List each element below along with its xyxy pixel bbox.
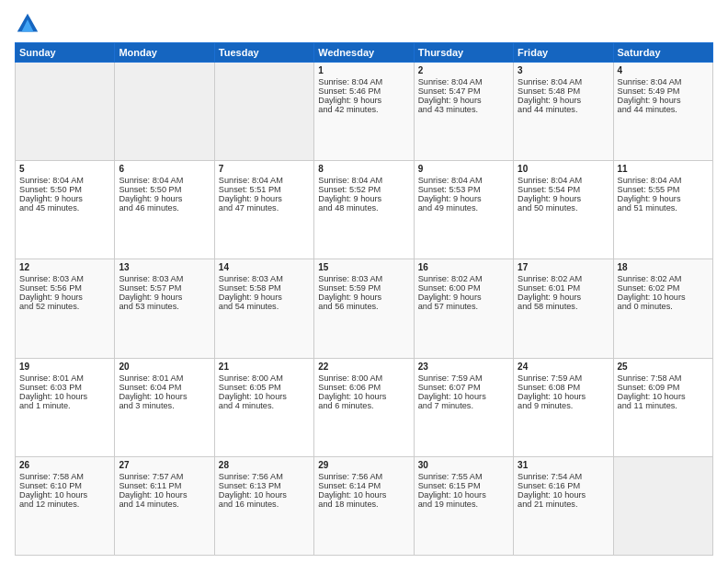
cell-content-line: Sunset: 5:46 PM	[318, 86, 409, 96]
cell-content-line: and 3 minutes.	[119, 401, 210, 410]
cell-content-line: Sunrise: 8:01 AM	[19, 373, 110, 383]
day-number: 30	[418, 460, 509, 470]
calendar-table: SundayMondayTuesdayWednesdayThursdayFrid…	[15, 42, 713, 556]
calendar-week-2: 5Sunrise: 8:04 AMSunset: 5:50 PMDaylight…	[16, 161, 713, 259]
cell-content-line: Sunrise: 8:04 AM	[318, 176, 409, 185]
day-number: 18	[618, 262, 709, 272]
cell-content-line: Sunset: 5:59 PM	[318, 283, 409, 293]
calendar-cell: 18Sunrise: 8:02 AMSunset: 6:02 PMDayligh…	[613, 259, 712, 358]
cell-content-line: Sunset: 5:57 PM	[119, 283, 210, 293]
calendar-header-row: SundayMondayTuesdayWednesdayThursdayFrid…	[16, 43, 713, 63]
calendar-week-3: 12Sunrise: 8:03 AMSunset: 5:56 PMDayligh…	[16, 259, 713, 358]
day-number: 29	[318, 460, 409, 470]
cell-content-line: and 46 minutes.	[119, 203, 210, 213]
cell-content-line: Sunrise: 7:54 AM	[518, 472, 609, 481]
cell-content-line: Daylight: 10 hours	[418, 490, 509, 500]
cell-content-line: Sunset: 6:14 PM	[318, 481, 409, 490]
cell-content-line: and 1 minute.	[19, 401, 110, 410]
cell-content-line: Sunrise: 8:01 AM	[119, 373, 210, 383]
column-header-tuesday: Tuesday	[214, 43, 313, 63]
cell-content-line: Daylight: 9 hours	[318, 96, 409, 105]
cell-content-line: Sunset: 6:03 PM	[19, 383, 110, 392]
cell-content-line: and 14 minutes.	[119, 500, 210, 509]
day-number: 24	[518, 362, 609, 372]
cell-content-line: Sunset: 5:53 PM	[418, 185, 509, 194]
day-number: 3	[518, 65, 609, 75]
day-number: 1	[318, 65, 409, 75]
calendar-cell: 25Sunrise: 7:58 AMSunset: 6:09 PMDayligh…	[613, 358, 712, 456]
cell-content-line: Sunrise: 7:58 AM	[19, 472, 110, 481]
cell-content-line: Daylight: 10 hours	[119, 490, 210, 500]
logo-icon	[15, 11, 40, 37]
column-header-saturday: Saturday	[613, 43, 712, 63]
cell-content-line: and 57 minutes.	[418, 302, 509, 311]
cell-content-line: Daylight: 9 hours	[318, 194, 409, 203]
cell-content-line: Sunrise: 8:00 AM	[219, 373, 310, 383]
cell-content-line: Sunset: 5:56 PM	[19, 283, 110, 293]
day-number: 10	[518, 164, 609, 174]
cell-content-line: and 52 minutes.	[19, 302, 110, 311]
day-number: 23	[418, 362, 509, 372]
cell-content-line: Sunset: 5:50 PM	[19, 185, 110, 194]
calendar-cell: 13Sunrise: 8:03 AMSunset: 5:57 PMDayligh…	[115, 259, 214, 358]
cell-content-line: Sunset: 5:49 PM	[618, 86, 709, 96]
cell-content-line: and 49 minutes.	[418, 203, 509, 213]
cell-content-line: Daylight: 9 hours	[418, 96, 509, 105]
cell-content-line: Sunrise: 7:56 AM	[219, 472, 310, 481]
day-number: 5	[19, 164, 110, 174]
cell-content-line: Daylight: 10 hours	[119, 392, 210, 401]
cell-content-line: Daylight: 9 hours	[19, 194, 110, 203]
calendar-cell	[214, 63, 313, 161]
cell-content-line: and 44 minutes.	[518, 105, 609, 114]
cell-content-line: Sunset: 6:04 PM	[119, 383, 210, 392]
cell-content-line: Sunrise: 8:04 AM	[119, 176, 210, 185]
day-number: 14	[219, 262, 310, 272]
column-header-monday: Monday	[115, 43, 214, 63]
cell-content-line: Sunrise: 7:55 AM	[418, 472, 509, 481]
day-number: 12	[19, 262, 110, 272]
cell-content-line: Sunset: 6:13 PM	[219, 481, 310, 490]
calendar-cell: 11Sunrise: 8:04 AMSunset: 5:55 PMDayligh…	[613, 161, 712, 259]
day-number: 4	[618, 65, 709, 75]
day-number: 8	[318, 164, 409, 174]
cell-content-line: Sunrise: 8:04 AM	[518, 77, 609, 86]
calendar-cell: 30Sunrise: 7:55 AMSunset: 6:15 PMDayligh…	[414, 456, 513, 555]
cell-content-line: Sunrise: 8:03 AM	[318, 274, 409, 283]
calendar-cell: 21Sunrise: 8:00 AMSunset: 6:05 PMDayligh…	[214, 358, 313, 456]
cell-content-line: and 53 minutes.	[119, 302, 210, 311]
cell-content-line: Sunset: 6:07 PM	[418, 383, 509, 392]
calendar-cell: 14Sunrise: 8:03 AMSunset: 5:58 PMDayligh…	[214, 259, 313, 358]
calendar-cell: 29Sunrise: 7:56 AMSunset: 6:14 PMDayligh…	[314, 456, 414, 555]
column-header-friday: Friday	[514, 43, 613, 63]
calendar-cell: 26Sunrise: 7:58 AMSunset: 6:10 PMDayligh…	[16, 456, 115, 555]
cell-content-line: Sunrise: 7:58 AM	[618, 373, 709, 383]
calendar-cell: 19Sunrise: 8:01 AMSunset: 6:03 PMDayligh…	[16, 358, 115, 456]
cell-content-line: and 50 minutes.	[518, 203, 609, 213]
calendar-cell: 16Sunrise: 8:02 AMSunset: 6:00 PMDayligh…	[414, 259, 513, 358]
cell-content-line: and 12 minutes.	[19, 500, 110, 509]
cell-content-line: Sunset: 6:02 PM	[618, 283, 709, 293]
cell-content-line: and 18 minutes.	[318, 500, 409, 509]
column-header-thursday: Thursday	[414, 43, 513, 63]
cell-content-line: Sunset: 5:47 PM	[418, 86, 509, 96]
cell-content-line: Sunrise: 8:04 AM	[618, 176, 709, 185]
cell-content-line: Daylight: 9 hours	[219, 194, 310, 203]
day-number: 31	[518, 460, 609, 470]
cell-content-line: Sunrise: 8:04 AM	[19, 176, 110, 185]
cell-content-line: and 7 minutes.	[418, 401, 509, 410]
cell-content-line: Daylight: 9 hours	[518, 194, 609, 203]
calendar-cell: 31Sunrise: 7:54 AMSunset: 6:16 PMDayligh…	[514, 456, 613, 555]
cell-content-line: Daylight: 10 hours	[618, 293, 709, 302]
cell-content-line: Daylight: 10 hours	[518, 392, 609, 401]
day-number: 13	[119, 262, 210, 272]
cell-content-line: and 45 minutes.	[19, 203, 110, 213]
cell-content-line: Sunrise: 8:02 AM	[518, 274, 609, 283]
cell-content-line: Sunrise: 8:04 AM	[618, 77, 709, 86]
cell-content-line: Sunrise: 8:03 AM	[19, 274, 110, 283]
cell-content-line: and 44 minutes.	[618, 105, 709, 114]
cell-content-line: Sunset: 5:51 PM	[219, 185, 310, 194]
calendar-cell: 17Sunrise: 8:02 AMSunset: 6:01 PMDayligh…	[514, 259, 613, 358]
cell-content-line: Sunset: 6:15 PM	[418, 481, 509, 490]
cell-content-line: Sunrise: 8:04 AM	[318, 77, 409, 86]
cell-content-line: Sunrise: 8:04 AM	[418, 77, 509, 86]
